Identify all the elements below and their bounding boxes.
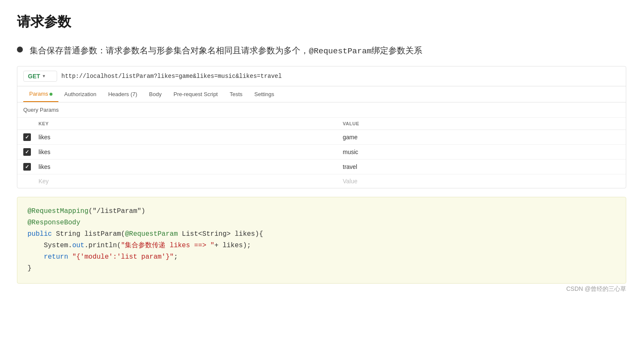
tab-pre-request-label: Pre-request Script: [173, 91, 218, 97]
empty-value-cell[interactable]: Value: [337, 174, 626, 188]
postman-panel: GET ▾ http://localhost/listParam?likes=g…: [17, 66, 626, 188]
row1-key[interactable]: likes: [33, 130, 337, 144]
code-line-2: @ResponseBody: [28, 217, 616, 229]
row2-checkbox-cell[interactable]: ✓: [17, 144, 33, 159]
col-header-value: VALUE: [337, 118, 626, 130]
tab-authorization-label: Authorization: [64, 91, 96, 97]
tab-headers-label: Headers (7): [108, 91, 138, 97]
row1-value[interactable]: game: [337, 130, 626, 144]
tab-params-dot: [50, 93, 52, 96]
page-title: 请求参数: [17, 13, 626, 31]
method-selector[interactable]: GET ▾: [23, 71, 57, 82]
code-out: out: [72, 242, 85, 249]
code-line-4: System.out.println("集合参数传递 likes ==> "+ …: [28, 240, 616, 251]
code-keyword-return: return: [44, 253, 68, 261]
method-label: GET: [28, 73, 40, 80]
request-bar: GET ▾ http://localhost/listParam?likes=g…: [17, 66, 626, 86]
code-line-6: }: [28, 263, 616, 274]
table-row: ✓ likes travel: [17, 159, 626, 174]
tab-body[interactable]: Body: [143, 87, 168, 102]
tab-body-label: Body: [149, 91, 162, 97]
table-row: ✓ likes music: [17, 144, 626, 159]
tab-authorization[interactable]: Authorization: [58, 87, 102, 102]
row3-key[interactable]: likes: [33, 159, 337, 174]
tabs-row: Params Authorization Headers (7) Body Pr…: [17, 86, 626, 102]
row3-checkbox-icon[interactable]: ✓: [23, 163, 31, 171]
bullet-section: 集合保存普通参数：请求参数名与形参集合对象名相同且请求参数为多个，@Reques…: [17, 44, 626, 58]
tab-headers[interactable]: Headers (7): [102, 87, 143, 102]
code-block: @RequestMapping("/listParam") @ResponseB…: [17, 197, 626, 284]
bullet-text-part1: 集合保存普通参数：请求参数名与形参集合对象名相同且请求参数为多个，: [30, 46, 309, 55]
bullet-dot: [17, 47, 23, 52]
tab-settings-label: Settings: [254, 91, 274, 97]
tab-params[interactable]: Params: [23, 86, 58, 102]
code-annotation-3: @RequestParam: [125, 230, 178, 238]
bullet-text-part2: @RequestParam: [309, 47, 372, 56]
code-annotation-2: @ResponseBody: [28, 219, 80, 226]
code-line-5: return "{'module':'list param'}";: [28, 251, 616, 263]
watermark: CSDN @曾经的三心草: [17, 285, 626, 293]
row3-checkbox-cell[interactable]: ✓: [17, 159, 33, 174]
row1-checkbox-cell[interactable]: ✓: [17, 130, 33, 144]
tab-pre-request[interactable]: Pre-request Script: [168, 87, 224, 102]
query-params-label: Query Params: [17, 102, 626, 118]
row1-checkbox-icon[interactable]: ✓: [23, 133, 31, 141]
tab-settings[interactable]: Settings: [248, 87, 280, 102]
bullet-text: 集合保存普通参数：请求参数名与形参集合对象名相同且请求参数为多个，@Reques…: [30, 44, 422, 58]
code-annotation-1: @RequestMapping: [28, 207, 88, 215]
method-chevron: ▾: [43, 74, 45, 78]
empty-key-cell[interactable]: Key: [33, 174, 337, 188]
row3-value[interactable]: travel: [337, 159, 626, 174]
code-line-3: public String listParam(@RequestParam Li…: [28, 229, 616, 240]
code-method-name: listParam(: [84, 230, 125, 238]
col-header-checkbox: [17, 118, 33, 130]
tab-tests-label: Tests: [230, 91, 242, 97]
url-display: http://localhost/listParam?likes=game&li…: [61, 73, 620, 80]
col-header-key: KEY: [33, 118, 337, 130]
row2-value[interactable]: music: [337, 144, 626, 159]
code-string-2: "{'module':'list param'}": [72, 253, 174, 261]
row2-key[interactable]: likes: [33, 144, 337, 159]
table-row: ✓ likes game: [17, 130, 626, 144]
table-row-empty: Key Value: [17, 174, 626, 188]
code-line-1: @RequestMapping("/listParam"): [28, 206, 616, 217]
row2-checkbox-icon[interactable]: ✓: [23, 148, 31, 156]
code-arg-1: ("/listParam"): [88, 207, 145, 215]
tab-tests[interactable]: Tests: [224, 87, 248, 102]
empty-checkbox-cell: [17, 174, 33, 188]
code-keyword-public: public: [28, 230, 52, 238]
code-string-1: "集合参数传递 likes ==> ": [121, 242, 215, 249]
params-table: KEY VALUE ✓ likes game ✓: [17, 118, 626, 188]
bullet-text-part3: 绑定参数关系: [372, 46, 422, 55]
tab-params-label: Params: [29, 91, 48, 97]
